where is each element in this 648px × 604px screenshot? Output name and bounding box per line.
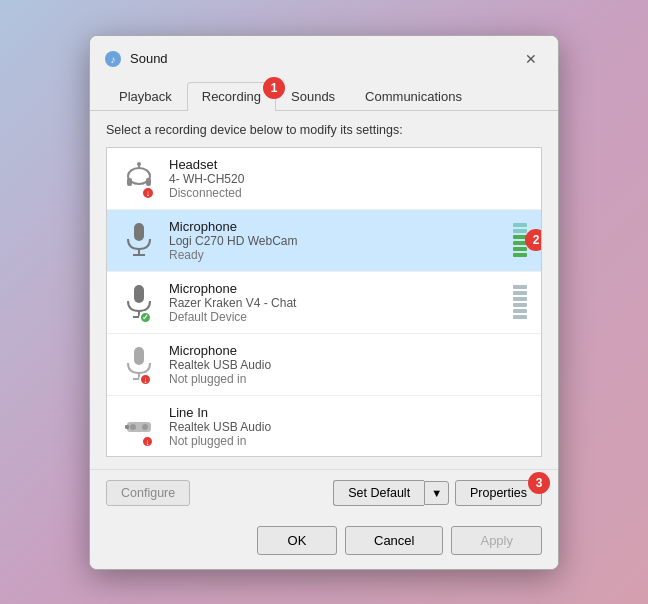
linein-status-icon: ↓ [141, 435, 154, 448]
linein-detail: Realtek USB Audio [169, 420, 531, 434]
set-default-group: Set Default ▼ [333, 480, 449, 506]
level-bar-5 [513, 247, 527, 251]
device-item-mic-realtek[interactable]: ↓ Microphone Realtek USB Audio Not plugg… [107, 334, 541, 396]
svg-rect-7 [134, 223, 144, 241]
mic-logitech-icon [123, 221, 155, 259]
tab-sounds[interactable]: Sounds [276, 82, 350, 110]
svg-rect-3 [127, 178, 132, 186]
svg-rect-4 [146, 178, 151, 186]
mic-razer-icon-wrap: ✓ [117, 280, 161, 324]
sound-title-icon: ♪ [104, 50, 122, 68]
tab-recording[interactable]: Recording 1 [187, 82, 276, 111]
headset-icon-wrap: ↓ [117, 156, 161, 200]
sound-dialog: ♪ Sound ✕ Playback Recording 1 Sounds Co… [89, 35, 559, 570]
mic-logitech-detail: Logi C270 HD WebCam [169, 234, 513, 248]
device-item-headset[interactable]: ↓ Headset 4- WH-CH520 Disconnected [107, 148, 541, 210]
set-default-arrow-button[interactable]: ▼ [424, 481, 449, 505]
headset-status: Disconnected [169, 186, 531, 200]
mic-realtek-detail: Realtek USB Audio [169, 358, 531, 372]
mic-razer-detail: Razer Kraken V4 - Chat [169, 296, 513, 310]
headset-detail: 4- WH-CH520 [169, 172, 531, 186]
tab-communications[interactable]: Communications [350, 82, 477, 110]
svg-rect-19 [125, 425, 129, 429]
linein-icon-wrap: ↓ [117, 404, 161, 448]
device-list[interactable]: ↓ Headset 4- WH-CH520 Disconnected [106, 147, 542, 457]
properties-wrap: Properties 3 [455, 480, 542, 506]
mic-logitech-icon-wrap [117, 218, 161, 262]
title-bar-left: ♪ Sound [104, 50, 168, 68]
svg-point-17 [130, 424, 136, 430]
level-bar-1 [513, 223, 527, 227]
realtek-mic-status-icon: ↓ [139, 373, 152, 386]
instruction-text: Select a recording device below to modif… [106, 123, 542, 137]
device-item-mic-logitech[interactable]: Microphone Logi C270 HD WebCam Ready 2 [107, 210, 541, 272]
title-bar: ♪ Sound ✕ [90, 36, 558, 72]
recording-tab-badge: 1 [263, 77, 285, 99]
svg-text:♪: ♪ [111, 54, 116, 65]
mic-realtek-name: Microphone [169, 343, 531, 358]
svg-point-18 [142, 424, 148, 430]
mic-logitech-status: Ready [169, 248, 513, 262]
ok-button[interactable]: OK [257, 526, 337, 555]
level-bar-2 [513, 229, 527, 233]
cancel-button[interactable]: Cancel [345, 526, 443, 555]
content-area: Select a recording device below to modif… [90, 111, 558, 469]
set-default-button[interactable]: Set Default [333, 480, 424, 506]
razer-status-icon: ✓ [139, 311, 152, 324]
mic-realtek-icon-wrap: ↓ [117, 342, 161, 386]
svg-rect-10 [134, 285, 144, 303]
linein-status: Not plugged in [169, 434, 531, 448]
mic-logitech-name: Microphone [169, 219, 513, 234]
device-badge-2: 2 [525, 229, 542, 251]
mic-realtek-status: Not plugged in [169, 372, 531, 386]
tab-bar: Playback Recording 1 Sounds Communicatio… [90, 76, 558, 111]
headset-name: Headset [169, 157, 531, 172]
tab-playback[interactable]: Playback [104, 82, 187, 110]
mic-razer-level-meter [513, 285, 527, 319]
device-item-linein[interactable]: ↓ Line In Realtek USB Audio Not plugged … [107, 396, 541, 457]
configure-button[interactable]: Configure [106, 480, 190, 506]
close-button[interactable]: ✕ [518, 46, 544, 72]
mic-razer-status: Default Device [169, 310, 513, 324]
svg-point-6 [137, 162, 141, 166]
action-bar: OK Cancel Apply [90, 516, 558, 569]
window-title: Sound [130, 51, 168, 66]
properties-badge-3: 3 [528, 472, 550, 494]
headset-status-icon: ↓ [141, 186, 155, 200]
bottom-bar: Configure Set Default ▼ Properties 3 [90, 469, 558, 516]
level-bar-6 [513, 253, 527, 257]
apply-button[interactable]: Apply [451, 526, 542, 555]
linein-name: Line In [169, 405, 531, 420]
mic-razer-name: Microphone [169, 281, 513, 296]
device-item-mic-razer[interactable]: ✓ Microphone Razer Kraken V4 - Chat Defa… [107, 272, 541, 334]
svg-rect-13 [134, 347, 144, 365]
